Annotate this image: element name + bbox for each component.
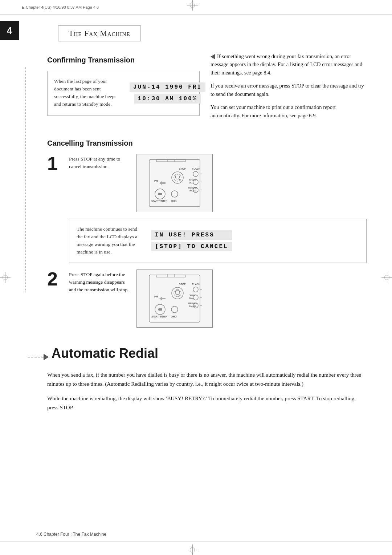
confirming-right-para3: You can set your machine to print out a … [211,103,367,119]
confirming-section: Confirming Transmission When the last pa… [47,52,367,125]
auto-redial-para2: While the machine is redialling, the dis… [47,394,367,412]
arrow-bullet-icon [211,54,215,59]
confirming-right-para2: If you receive an error message, press S… [211,82,367,98]
page-title: The Fax Machine [58,25,141,41]
svg-text:START/ENTER: START/ENTER [151,315,168,318]
svg-text:OHD: OHD [171,315,177,318]
svg-text:STOP: STOP [179,283,186,285]
svg-text:START/ENTER: START/ENTER [151,200,168,202]
step1-number: 1 [47,154,62,212]
svg-text:SPEED: SPEED [189,179,197,181]
chapter-tab: 4 [0,21,19,40]
inuse-line2: [STOP] TO CANCEL [151,242,232,251]
fax-machine-diagram-2: STOP FLASH SPEED DIAL REDIAL/ PAUSE [136,270,213,328]
auto-redial-para1: When you send a fax, if the number you h… [47,370,367,389]
fax-machine-diagram-1: STOP FLASH SPEED DIAL REDIAL/ [136,154,213,212]
svg-text:PAUSE: PAUSE [189,190,196,192]
page-footer: 4.6 Chapter Four : The Fax Machine [36,532,106,537]
step1-text: Press STOP at any time to cancel transmi… [69,154,131,212]
svg-text:SPEED: SPEED [189,294,197,296]
hr-top [0,15,392,15]
svg-text:PAUSE: PAUSE [189,305,196,307]
svg-text:FLASH: FLASH [192,167,200,170]
svg-text:REDIAL/: REDIAL/ [188,302,197,304]
svg-point-40 [175,290,180,295]
svg-point-21 [171,191,178,197]
inuse-lcd-text: The machine continues to send the fax an… [77,226,142,256]
crop-info: E-Chapter 4(US) 4/16/98 8:37 AM Page 4.6 [22,5,99,9]
auto-redial-section: Automatic Redial When you send a fax, if… [47,346,367,412]
svg-text:OHD: OHD [171,200,177,202]
step2-number: 2 [47,270,62,328]
step1-content: Press STOP at any time to cancel transmi… [69,154,367,212]
svg-point-31 [193,287,198,292]
svg-point-6 [193,171,198,177]
svg-point-38 [172,287,183,299]
inuse-lcd-display: IN USE! PRESS [STOP] TO CANCEL [148,226,236,256]
svg-text:PM: PM [154,295,158,298]
svg-rect-1 [156,159,185,162]
step2-content: Press STOP again before the warning mess… [69,270,367,328]
svg-point-46 [171,306,178,313]
confirming-lcd-display: JUN-14 1996 FRI 10:30 AM 100% [125,78,210,108]
cancelling-title: Cancelling Transmission [47,139,367,147]
confirming-lcd-box: When the last page of your document has … [47,71,200,116]
confirming-right-para1: If something went wrong during your fax … [211,52,367,77]
svg-text:DIAL: DIAL [189,182,194,184]
svg-text:REDIAL/: REDIAL/ [188,187,197,189]
inuse-lcd-box: The machine continues to send the fax an… [69,219,367,263]
svg-rect-26 [156,275,185,277]
confirming-title: Confirming Transmission [47,56,200,64]
svg-text:DIAL: DIAL [189,297,194,299]
cancelling-section: Cancelling Transmission 1 Press STOP at … [47,139,367,328]
lcd-line2: 10:30 AM 100% [134,94,201,104]
svg-point-15 [175,175,180,179]
cancel-step-2: 2 Press STOP again before the warning me… [47,270,367,328]
cancel-step-1: 1 Press STOP at any time to cancel trans… [47,154,367,212]
confirming-left: Confirming Transmission When the last pa… [47,52,200,125]
svg-text:PM: PM [154,180,158,182]
svg-point-13 [172,172,183,183]
dotted-left-line [25,67,26,292]
inuse-line1: IN USE! PRESS [151,230,232,240]
arrow-dashed-line [28,357,44,357]
auto-redial-title: Automatic Redial [52,346,158,361]
confirming-right: If something went wrong during your fax … [211,52,367,125]
confirming-lcd-text: When the last page of your document has … [54,78,119,108]
lcd-line1: JUN-14 1996 FRI [130,82,205,92]
hr-bottom [0,542,392,542]
svg-text:STOP: STOP [179,167,186,170]
arrow-head-icon [44,354,49,360]
svg-text:FLASH: FLASH [192,283,200,285]
step2-text: Press STOP again before the warning mess… [69,270,131,328]
